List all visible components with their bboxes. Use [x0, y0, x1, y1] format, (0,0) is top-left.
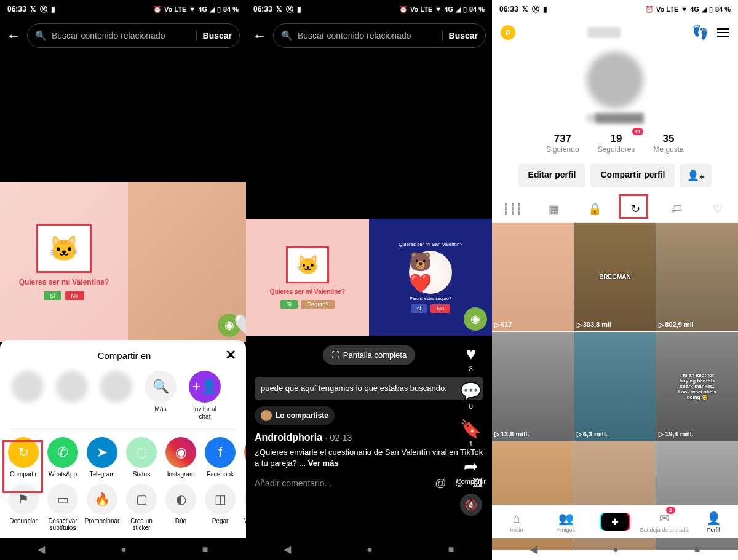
share-telegram[interactable]: ➤Telegram: [82, 437, 122, 478]
thumb-4[interactable]: ▷ 6,3 mill.: [574, 332, 656, 441]
video-username[interactable]: Androidphoria · 02-13: [255, 432, 483, 443]
contact-1[interactable]: [10, 371, 46, 403]
grid-icon: ▦: [549, 203, 559, 215]
flag-icon: ⚑: [8, 484, 39, 515]
nav-profile[interactable]: 👤Perfil: [689, 505, 738, 538]
tab-liked[interactable]: ♡: [697, 196, 738, 222]
lock-icon: 🔒: [588, 203, 601, 215]
comment-icon: 💬: [460, 381, 482, 401]
share-status[interactable]: ◌Status: [122, 437, 161, 478]
report-button[interactable]: ⚑Denunciar: [4, 484, 43, 531]
video-caption[interactable]: ¿Quieres enviarle el cuestionario de San…: [255, 447, 483, 469]
mute-button[interactable]: 🔇: [460, 494, 482, 516]
nav-create[interactable]: +: [590, 505, 640, 538]
followers-stat[interactable]: 19Seguidores+1: [598, 133, 635, 154]
heart-icon: ♡: [713, 203, 723, 215]
save-button[interactable]: 🔖1: [460, 419, 482, 448]
tab-feed-settings[interactable]: ┇┇┇: [492, 196, 533, 222]
repost-icon: ↻: [631, 203, 640, 215]
stitch[interactable]: ◫Pegar: [200, 484, 240, 531]
tab-posts[interactable]: ▦: [533, 196, 574, 222]
profile-handle: @████████: [492, 113, 738, 123]
back-icon[interactable]: ←: [6, 27, 21, 44]
thumb-0[interactable]: ▷ 617: [492, 223, 574, 331]
back-icon[interactable]: ←: [252, 27, 267, 44]
contact-2[interactable]: [54, 371, 90, 403]
nav-friends[interactable]: 👥Amigos: [541, 505, 590, 538]
add-user-icon: +👤: [192, 379, 217, 395]
system-nav[interactable]: ◀●■: [246, 538, 492, 560]
search-icon: 🔍: [281, 30, 293, 41]
home-icon: ⌂: [513, 511, 520, 526]
repost-icon: ↻: [8, 437, 39, 468]
stitch-icon: ◫: [205, 484, 236, 515]
promote[interactable]: 🔥Promocionar: [82, 484, 122, 531]
profile-avatar[interactable]: [587, 52, 643, 108]
instagram-icon: ◉: [165, 437, 196, 468]
footsteps-icon[interactable]: 👣: [692, 25, 708, 41]
bottom-nav: ⌂Inicio 👥Amigos + ✉Bandeja de entrada2 👤…: [492, 505, 738, 538]
profile-name[interactable]: [587, 27, 621, 38]
speed[interactable]: ⏩Veloc repro: [240, 484, 246, 531]
thumb-1[interactable]: BREGMAN▷ 303,8 mil: [574, 223, 656, 331]
share-icon: ➦: [464, 456, 478, 476]
video-preview[interactable]: 🐱 Quieres ser mi Valentine? SíSeguro? Qu…: [246, 219, 492, 336]
more-contacts[interactable]: 🔍Más: [143, 371, 178, 413]
thumb-5[interactable]: I'm an idiot for buying her this shark b…: [656, 332, 738, 441]
share-title: Compartir en: [23, 350, 225, 361]
thumb-2[interactable]: ▷ 802,9 mil: [656, 223, 738, 331]
search-icon: 🔍: [153, 379, 169, 395]
comments-button[interactable]: 💬0: [460, 381, 482, 410]
share-button[interactable]: ➦Compartir: [456, 456, 486, 485]
video-preview[interactable]: 🐱 Quieres ser mi Valentine? SíNo ◉ 🤍: [0, 182, 246, 342]
coin-icon[interactable]: P: [501, 25, 515, 40]
duet[interactable]: ◐Dúo: [161, 484, 200, 531]
bookmark-icon: 🔖: [460, 419, 482, 439]
tab-private[interactable]: 🔒: [574, 196, 615, 222]
comment-input[interactable]: Añadir comentario...: [255, 478, 429, 488]
phone-1-share-sheet: 06:33𝕏ⓧ▮ ⏰Vo LTE▼4G◢▯84 % ← 🔍 Buscar con…: [0, 0, 246, 560]
mention-icon[interactable]: @: [435, 477, 446, 490]
avatar-icon: [261, 410, 272, 421]
repost-button[interactable]: ↻Compartir: [4, 437, 43, 478]
share-profile-button[interactable]: Compartir perfil: [590, 164, 675, 187]
status-bar: 06:33𝕏ⓧ▮ ⏰Vo LTE▼4G◢▯84 %: [0, 0, 246, 18]
captions-off[interactable]: ▭Desactivar subtítulos: [43, 484, 82, 531]
menu-icon[interactable]: [717, 28, 729, 37]
bookmark-icon: 🏷: [671, 202, 682, 215]
search-button[interactable]: Buscar: [196, 31, 232, 41]
search-input[interactable]: 🔍 Buscar contenido relacionado Buscar: [273, 23, 486, 48]
friends-icon: 👥: [558, 511, 574, 526]
status-icon: ◌: [126, 437, 157, 468]
tab-reposts[interactable]: ↻: [615, 196, 656, 222]
edit-profile-button[interactable]: Editar perfil: [518, 164, 586, 187]
thumb-3[interactable]: ▷ 13,8 mill.: [492, 332, 574, 441]
share-sheet: Compartir en ✕ 🔍Más +👤Invitar al chat ↻C…: [0, 340, 246, 538]
sticker-icon: ▢: [126, 484, 157, 515]
phone-2-video-feed: 06:33𝕏ⓧ▮ ⏰Vo LTE▼4G◢▯84 % ← 🔍 Buscar con…: [246, 0, 492, 560]
contact-3[interactable]: [98, 371, 134, 403]
share-instagram[interactable]: ◉Instagram: [161, 437, 200, 478]
facebook-icon: f: [205, 437, 236, 468]
search-input[interactable]: 🔍 Buscar contenido relacionado Buscar: [27, 23, 240, 48]
nav-home[interactable]: ⌂Inicio: [492, 505, 541, 538]
following-stat[interactable]: 737Siguiendo: [546, 133, 579, 154]
create-sticker[interactable]: ▢Crea un sticker: [122, 484, 161, 531]
add-user-icon: 👤₊: [687, 170, 704, 181]
tab-saved[interactable]: 🏷: [656, 196, 697, 222]
close-icon[interactable]: ✕: [225, 347, 236, 363]
invite-chat[interactable]: +👤Invitar al chat: [187, 371, 223, 420]
system-nav[interactable]: ◀●■: [492, 538, 738, 560]
like-icon[interactable]: 🤍: [234, 312, 246, 336]
likes-stat[interactable]: 35Me gusta: [653, 133, 683, 154]
fullscreen-button[interactable]: ⛶Pantalla completa: [323, 345, 415, 365]
share-ig-dm[interactable]: ◉Inst: [240, 437, 246, 478]
share-facebook[interactable]: fFacebook: [200, 437, 240, 478]
like-button[interactable]: ♥8: [466, 344, 477, 373]
nav-inbox[interactable]: ✉Bandeja de entrada2: [640, 505, 689, 538]
search-suggestion[interactable]: puede que aquí tengamos lo que estabas b…: [255, 377, 483, 400]
system-nav[interactable]: ◀●■: [0, 538, 246, 560]
share-whatsapp[interactable]: ✆WhatsApp: [43, 437, 82, 478]
add-friend-button[interactable]: 👤₊: [680, 164, 712, 187]
search-button[interactable]: Buscar: [442, 31, 478, 41]
